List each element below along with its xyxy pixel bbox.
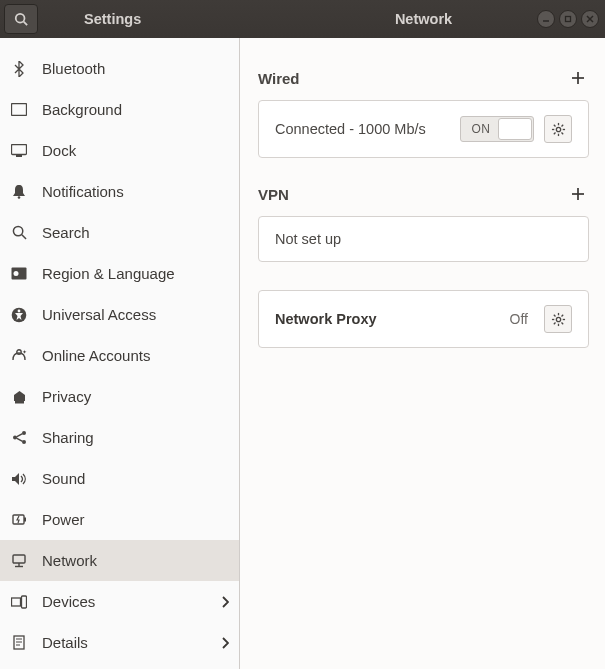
svg-rect-3 xyxy=(566,17,571,22)
svg-line-23 xyxy=(16,438,22,441)
bell-icon xyxy=(10,184,28,199)
region-icon xyxy=(10,267,28,280)
details-icon xyxy=(10,635,28,650)
sidebar-item-bluetooth[interactable]: Bluetooth xyxy=(0,48,239,89)
svg-rect-26 xyxy=(13,555,25,563)
wired-section-header: Wired xyxy=(258,62,589,94)
sidebar-item-details[interactable]: Details xyxy=(0,622,239,663)
background-icon xyxy=(10,103,28,116)
sidebar-item-universal-access[interactable]: Universal Access xyxy=(0,294,239,335)
search-icon xyxy=(14,12,28,26)
chevron-right-icon xyxy=(221,596,229,608)
vpn-add-button[interactable] xyxy=(567,185,589,203)
sidebar-item-label: Sound xyxy=(42,470,229,487)
sidebar-item-sound[interactable]: Sound xyxy=(0,458,239,499)
svg-line-1 xyxy=(24,22,28,26)
bluetooth-icon xyxy=(10,61,28,77)
svg-point-16 xyxy=(17,349,21,353)
switch-knob xyxy=(498,118,532,140)
svg-rect-18 xyxy=(15,401,24,404)
sidebar-item-label: Details xyxy=(42,634,207,651)
svg-point-0 xyxy=(16,14,25,23)
sidebar-item-label: Bluetooth xyxy=(42,60,229,77)
svg-line-11 xyxy=(21,235,25,239)
search-icon xyxy=(10,225,28,240)
maximize-button[interactable] xyxy=(559,10,577,28)
svg-text:✦: ✦ xyxy=(22,349,27,355)
sidebar: Bluetooth Background Dock Notifications … xyxy=(0,38,240,669)
titlebar: Settings Network xyxy=(0,0,605,38)
gear-icon xyxy=(551,312,566,327)
svg-line-56 xyxy=(553,322,555,324)
settings-window: Settings Network Bluetooth Background Do… xyxy=(0,0,605,669)
sidebar-item-devices[interactable]: Devices xyxy=(0,581,239,622)
sidebar-item-network[interactable]: Network xyxy=(0,540,239,581)
minimize-icon xyxy=(542,15,550,23)
power-icon xyxy=(10,512,28,527)
proxy-status-text: Off xyxy=(510,311,528,327)
plus-icon xyxy=(571,187,585,201)
vpn-section-header: VPN xyxy=(258,178,589,210)
vpn-panel: Not set up xyxy=(258,216,589,262)
sidebar-item-online-accounts[interactable]: ✦ Online Accounts xyxy=(0,335,239,376)
wired-panel: Connected - 1000 Mb/s ON xyxy=(258,100,589,158)
sharing-icon xyxy=(10,430,28,445)
vpn-title: VPN xyxy=(258,186,289,203)
sidebar-item-sharing[interactable]: Sharing xyxy=(0,417,239,458)
sidebar-item-power[interactable]: Power xyxy=(0,499,239,540)
svg-rect-8 xyxy=(16,155,22,157)
sidebar-item-label: Dock xyxy=(42,142,229,159)
close-button[interactable] xyxy=(581,10,599,28)
sidebar-item-label: Online Accounts xyxy=(42,347,229,364)
sidebar-item-label: Background xyxy=(42,101,229,118)
maximize-icon xyxy=(564,15,572,23)
titlebar-page-label: Network xyxy=(395,11,452,27)
proxy-panel: Network Proxy Off xyxy=(258,290,589,348)
svg-line-42 xyxy=(553,124,555,126)
wired-add-button[interactable] xyxy=(567,69,589,87)
sidebar-item-dock[interactable]: Dock xyxy=(0,130,239,171)
titlebar-search-button[interactable] xyxy=(4,4,38,34)
wired-switch[interactable]: ON xyxy=(460,116,534,142)
switch-on-label: ON xyxy=(461,122,501,136)
gear-icon xyxy=(551,122,566,137)
proxy-row[interactable]: Network Proxy Off xyxy=(259,291,588,347)
svg-point-9 xyxy=(18,196,21,199)
sidebar-item-background[interactable]: Background xyxy=(0,89,239,130)
svg-point-20 xyxy=(22,431,26,435)
sidebar-item-label: Devices xyxy=(42,593,207,610)
vpn-status-text: Not set up xyxy=(275,231,572,247)
sidebar-item-label: Region & Language xyxy=(42,265,229,282)
wired-connection-row: Connected - 1000 Mb/s ON xyxy=(259,101,588,157)
svg-rect-29 xyxy=(12,598,21,606)
svg-line-44 xyxy=(561,124,563,126)
minimize-button[interactable] xyxy=(537,10,555,28)
chevron-right-icon xyxy=(221,637,229,649)
svg-rect-25 xyxy=(24,518,26,522)
online-accounts-icon: ✦ xyxy=(10,349,28,363)
svg-line-55 xyxy=(561,314,563,316)
network-content: Wired Connected - 1000 Mb/s ON xyxy=(240,38,605,669)
sidebar-item-label: Universal Access xyxy=(42,306,229,323)
devices-icon xyxy=(10,595,28,609)
svg-line-22 xyxy=(16,434,22,437)
proxy-settings-button[interactable] xyxy=(544,305,572,333)
vpn-row: Not set up xyxy=(259,217,588,261)
svg-rect-7 xyxy=(12,145,27,155)
accessibility-icon xyxy=(10,307,28,323)
svg-line-54 xyxy=(561,322,563,324)
svg-point-21 xyxy=(22,440,26,444)
sidebar-item-label: Search xyxy=(42,224,229,241)
sidebar-item-label: Privacy xyxy=(42,388,229,405)
wired-status-text: Connected - 1000 Mb/s xyxy=(275,121,450,137)
svg-line-45 xyxy=(553,132,555,134)
window-body: Bluetooth Background Dock Notifications … xyxy=(0,38,605,669)
svg-point-13 xyxy=(14,271,19,276)
sidebar-item-search[interactable]: Search xyxy=(0,212,239,253)
wired-settings-button[interactable] xyxy=(544,115,572,143)
plus-icon xyxy=(571,71,585,85)
sidebar-item-region[interactable]: Region & Language xyxy=(0,253,239,294)
sidebar-item-privacy[interactable]: Privacy xyxy=(0,376,239,417)
sidebar-item-notifications[interactable]: Notifications xyxy=(0,171,239,212)
sidebar-item-label: Power xyxy=(42,511,229,528)
